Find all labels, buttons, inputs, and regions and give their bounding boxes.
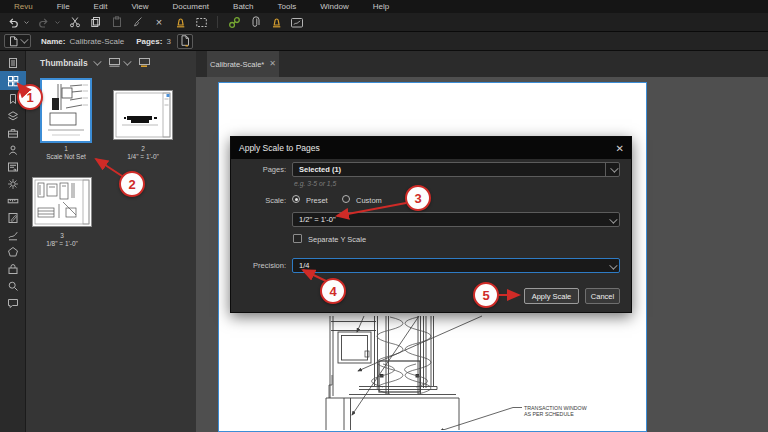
menu-help[interactable]: Help (373, 2, 389, 11)
thumbnail-1-scale: Scale Not Set (26, 153, 106, 160)
tab-label: Calibrate-Scale* (210, 60, 264, 69)
panel-chevron-icon[interactable] (93, 57, 101, 65)
copy-icon[interactable] (89, 15, 103, 30)
menu-revu[interactable]: Revu (14, 2, 33, 11)
tool-chest-icon[interactable] (0, 124, 26, 141)
pages-label: Pages: (136, 37, 162, 46)
markups-list-icon[interactable] (0, 158, 26, 175)
studio-icon[interactable] (0, 260, 26, 277)
name-value: Calibrate-Scale (69, 37, 124, 46)
tab-close-icon[interactable]: ✕ (269, 60, 276, 68)
menu-edit[interactable]: Edit (94, 2, 108, 11)
cut-icon[interactable] (68, 15, 82, 30)
apply-scale-button[interactable]: Apply Scale (524, 288, 579, 304)
settings-icon[interactable] (0, 175, 26, 192)
redo-dropdown-icon[interactable] (54, 18, 61, 27)
custom-radio[interactable] (342, 195, 350, 203)
preset-radio-label: Preset (306, 196, 328, 205)
page-add-icon (180, 35, 190, 47)
thumbnail-size-button[interactable] (108, 57, 129, 68)
flag-icon[interactable] (173, 15, 187, 30)
thumbnails-header: Thumbnails (26, 55, 196, 70)
create-page-labels-button[interactable] (138, 57, 151, 68)
pages-dropdown-value: Selected (1) (299, 165, 341, 174)
menu-document[interactable]: Document (173, 2, 209, 11)
dialog-title: Apply Scale to Pages (231, 137, 631, 159)
toolbar-divider (217, 16, 218, 28)
callout-4: 4 (320, 278, 346, 304)
measurements-icon[interactable] (0, 192, 26, 209)
dialog-close-icon[interactable]: ✕ (616, 137, 624, 159)
pages-dropdown[interactable]: Selected (1) (292, 162, 620, 177)
callout-3: 3 (405, 185, 431, 211)
hyperlink-icon[interactable] (227, 15, 241, 30)
sign-icon[interactable] (290, 15, 304, 30)
chevron-down-icon (609, 215, 617, 223)
thumbnail-1-drawing (42, 80, 90, 141)
thumbnail-page-3[interactable] (32, 177, 92, 227)
preset-radio[interactable] (292, 195, 300, 203)
pages-field-label: Pages: (239, 165, 286, 174)
snapshot-icon[interactable] (194, 15, 208, 30)
undo-icon[interactable] (6, 15, 20, 30)
format-painter-icon[interactable] (131, 15, 145, 30)
annotation-line-1: TRANSACTION WINDOW (524, 405, 587, 411)
page-icon (9, 36, 18, 47)
thumbnail-page-1[interactable] (40, 78, 92, 143)
annotation-line-2: AS PER SCHEDULE (524, 411, 574, 417)
tab-calibrate-scale[interactable]: Calibrate-Scale* ✕ (207, 51, 279, 77)
menu-batch[interactable]: Batch (233, 2, 253, 11)
delete-icon[interactable]: × (152, 15, 166, 30)
pages-hint: e.g. 3-5 or 1,5 (294, 180, 336, 187)
menu-tools[interactable]: Tools (278, 2, 297, 11)
redo-icon[interactable] (37, 15, 51, 30)
thumbnail-3-number: 3 (32, 232, 92, 239)
cancel-button[interactable]: Cancel (585, 288, 620, 304)
undo-dropdown-icon[interactable] (23, 18, 30, 27)
thumbnail-3-scale: 1/8" = 1'-0" (32, 240, 92, 247)
flag-2-icon[interactable] (269, 15, 283, 30)
forms-icon[interactable] (0, 209, 26, 226)
scale-preset-dropdown[interactable]: 1/2" = 1'-0" (292, 212, 620, 227)
separate-y-checkbox[interactable] (293, 234, 302, 243)
apply-scale-dialog: Apply Scale to Pages ✕ Pages: Selected (… (230, 136, 632, 313)
chevron-down-icon (123, 57, 131, 65)
separate-y-label: Separate Y Scale (308, 235, 366, 244)
shapes-icon[interactable] (0, 243, 26, 260)
quick-toolbar: × (0, 13, 768, 32)
thumbnail-2-scale: 1/4" = 1'-0" (113, 153, 173, 160)
pages-dropdown-button[interactable] (605, 163, 619, 176)
layers-icon[interactable] (0, 107, 26, 124)
thumbnail-2-number: 2 (113, 145, 173, 152)
radio-selected-dot (295, 198, 299, 202)
chat-icon[interactable] (0, 294, 26, 311)
menu-file[interactable]: File (57, 2, 70, 11)
callout-1: 1 (17, 84, 43, 110)
chevron-down-icon (609, 261, 617, 269)
name-label: Name: (41, 37, 65, 46)
profile-icon[interactable] (0, 141, 26, 158)
properties-icon[interactable] (0, 54, 26, 71)
menu-window[interactable]: Window (320, 2, 348, 11)
chevron-down-icon (610, 164, 618, 172)
panel-strip (0, 51, 26, 432)
insert-pages-button[interactable] (177, 34, 193, 49)
chevron-down-icon (20, 35, 28, 43)
signatures-icon[interactable] (0, 226, 26, 243)
precision-value: 1/4 (299, 261, 309, 270)
attachment-icon[interactable] (248, 15, 262, 30)
scale-field-label: Scale: (239, 196, 286, 205)
thumbnail-1-number: 1 (40, 145, 92, 152)
menu-view[interactable]: View (131, 2, 148, 11)
paste-icon[interactable] (110, 15, 124, 30)
precision-dropdown[interactable]: 1/4 (292, 258, 620, 273)
search-icon[interactable] (0, 277, 26, 294)
thumbnails-panel: Thumbnails (26, 51, 196, 432)
thumbnail-2-drawing (114, 91, 172, 139)
thumbnail-page-2[interactable] (113, 90, 173, 140)
precision-field-label: Precision: (239, 261, 286, 270)
page-select-dropdown[interactable] (4, 34, 31, 48)
revu-window: Revu File Edit View Document Batch Tools… (0, 0, 768, 432)
thumbnail-3-drawing (33, 178, 91, 226)
file-bar: Name: Calibrate-Scale Pages: 3 (0, 32, 768, 51)
